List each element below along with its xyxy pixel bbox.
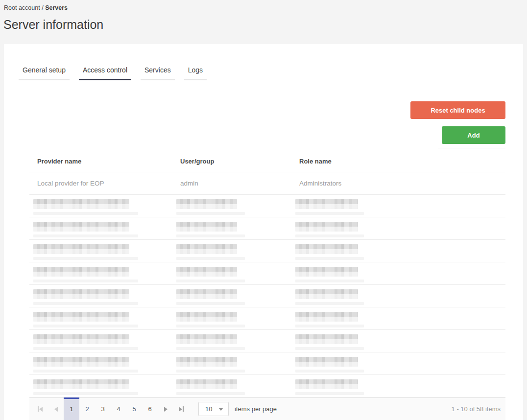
redacted-underline xyxy=(176,347,245,350)
page-button-5[interactable]: 5 xyxy=(126,398,142,420)
reset-child-nodes-button[interactable]: Reset child nodes xyxy=(410,101,505,119)
breadcrumb: Root account / Servers xyxy=(4,4,68,11)
tab-access-control[interactable]: Access control xyxy=(79,66,131,80)
redacted-underline xyxy=(33,234,138,237)
tab-logs[interactable]: Logs xyxy=(184,66,207,80)
redacted-text xyxy=(33,312,129,322)
tab-strip: General setup Access control Services Lo… xyxy=(19,66,216,80)
redacted-text xyxy=(295,222,358,232)
redacted-text xyxy=(295,289,358,299)
redacted-text xyxy=(295,334,358,344)
cell-role-name: Administrators xyxy=(291,172,505,194)
page-button-3[interactable]: 3 xyxy=(95,398,111,420)
redacted-text xyxy=(33,289,129,299)
first-page-icon xyxy=(38,406,43,412)
redacted-text xyxy=(176,379,237,389)
redacted-underline xyxy=(176,257,245,260)
cell-provider-name xyxy=(29,375,172,397)
page-button-6[interactable]: 6 xyxy=(142,398,158,420)
cell-user-group: admin xyxy=(172,172,291,194)
table-row-redacted[interactable] xyxy=(29,262,505,285)
table-row-redacted[interactable] xyxy=(29,375,505,397)
column-header-role-name[interactable]: Role name xyxy=(291,150,505,172)
table-row-redacted[interactable] xyxy=(29,195,505,217)
previous-page-icon xyxy=(54,407,58,412)
cell-role-name xyxy=(291,330,505,352)
redacted-underline xyxy=(33,370,138,373)
page-size-dropdown[interactable]: 10 xyxy=(198,402,229,416)
cell-role-name xyxy=(291,352,505,374)
cell-provider-name xyxy=(29,352,172,374)
table-row-redacted[interactable] xyxy=(29,240,505,262)
cell-provider-name xyxy=(29,262,172,284)
cell-provider-name: Local provider for EOP xyxy=(29,172,172,194)
redacted-text xyxy=(295,357,358,367)
redacted-text xyxy=(176,199,237,209)
redacted-text xyxy=(176,334,237,344)
next-page-button[interactable] xyxy=(158,398,173,420)
add-button[interactable]: Add xyxy=(442,126,505,144)
table-row[interactable]: Local provider for EOP admin Administrat… xyxy=(29,172,505,195)
cell-user-group xyxy=(172,307,291,329)
next-page-icon xyxy=(164,407,168,412)
redacted-text xyxy=(295,312,358,322)
redacted-underline xyxy=(33,302,138,305)
table-row-redacted[interactable] xyxy=(29,352,505,375)
redacted-underline xyxy=(33,212,138,215)
previous-page-button[interactable] xyxy=(48,398,64,420)
redacted-text xyxy=(33,244,129,254)
redacted-underline xyxy=(176,234,245,237)
redacted-text xyxy=(176,244,237,254)
chevron-down-icon xyxy=(218,408,223,411)
cell-role-name xyxy=(291,217,505,239)
cell-provider-name xyxy=(29,285,172,307)
page-button-4[interactable]: 4 xyxy=(111,398,126,420)
first-page-button[interactable] xyxy=(32,398,48,420)
add-button-divider xyxy=(438,148,505,148)
tab-general-setup[interactable]: General setup xyxy=(19,66,70,80)
redacted-underline xyxy=(295,302,364,305)
page-button-2[interactable]: 2 xyxy=(79,398,95,420)
redacted-text xyxy=(295,379,358,389)
table-row-redacted[interactable] xyxy=(29,217,505,240)
table-row-redacted[interactable] xyxy=(29,285,505,307)
pager-range-label: 1 - 10 of 58 items xyxy=(452,405,505,413)
table-row-redacted[interactable] xyxy=(29,307,505,330)
redacted-underline xyxy=(295,257,364,260)
redacted-underline xyxy=(295,325,364,327)
redacted-text xyxy=(295,267,358,277)
cell-provider-name xyxy=(29,240,172,262)
cell-provider-name xyxy=(29,217,172,239)
tab-services[interactable]: Services xyxy=(141,66,175,80)
page-button-1[interactable]: 1 xyxy=(64,398,79,420)
redacted-underline xyxy=(295,347,364,350)
redacted-text xyxy=(33,334,129,344)
cell-role-name xyxy=(291,285,505,307)
access-control-table: Provider name User/group Role name Local… xyxy=(29,150,505,420)
table-header-row: Provider name User/group Role name xyxy=(29,150,505,172)
redacted-text xyxy=(176,222,237,232)
cell-role-name xyxy=(291,195,505,217)
cell-user-group xyxy=(172,262,291,284)
redacted-text xyxy=(33,199,129,209)
cell-user-group xyxy=(172,217,291,239)
redacted-underline xyxy=(176,280,245,282)
redacted-underline xyxy=(176,325,245,327)
redacted-text xyxy=(33,267,129,277)
breadcrumb-root[interactable]: Root account xyxy=(4,4,40,11)
redacted-underline xyxy=(33,257,138,260)
redacted-underline xyxy=(176,392,245,395)
cell-role-name xyxy=(291,375,505,397)
last-page-button[interactable] xyxy=(173,398,189,420)
column-header-provider-name[interactable]: Provider name xyxy=(29,150,172,172)
redacted-underline xyxy=(176,212,245,215)
redacted-underline xyxy=(295,280,364,282)
cell-role-name xyxy=(291,307,505,329)
redacted-underline xyxy=(295,212,364,215)
column-header-user-group[interactable]: User/group xyxy=(172,150,291,172)
redacted-text xyxy=(33,379,129,389)
redacted-text xyxy=(176,267,237,277)
cell-user-group xyxy=(172,330,291,352)
redacted-underline xyxy=(33,392,138,395)
table-row-redacted[interactable] xyxy=(29,330,505,352)
